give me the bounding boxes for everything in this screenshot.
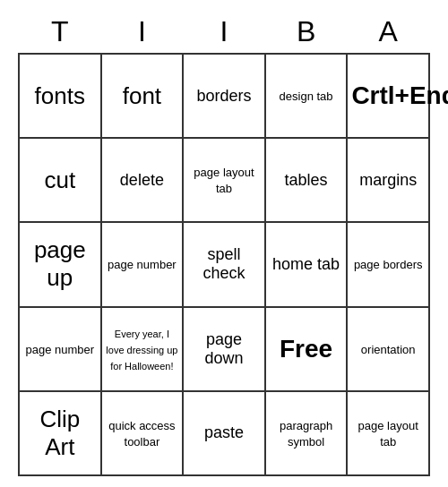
table-cell: delete <box>101 138 184 222</box>
table-row: Clip Artquick access toolbarpasteparagra… <box>19 391 429 475</box>
table-cell: design tab <box>265 54 348 138</box>
table-cell: page up <box>19 222 101 306</box>
table-cell: page layout tab <box>183 138 265 222</box>
header-a: A <box>347 11 429 54</box>
header-b: B <box>265 11 348 54</box>
bingo-card: T I I B A fontsfontbordersdesign tabCrtl… <box>18 11 430 476</box>
table-row: cutdeletepage layout tabtablesmargins <box>19 138 429 222</box>
table-cell: Free <box>265 307 348 391</box>
table-cell: tables <box>265 138 348 222</box>
header-t: T <box>19 11 101 54</box>
table-row: fontsfontbordersdesign tabCrtl+End <box>19 54 429 138</box>
table-cell: orientation <box>347 307 429 391</box>
table-cell: page down <box>183 307 265 391</box>
table-cell: spell check <box>183 222 265 306</box>
table-cell: home tab <box>265 222 348 306</box>
header-i1: I <box>101 11 184 54</box>
header-row: T I I B A <box>19 11 429 54</box>
table-cell: cut <box>19 138 101 222</box>
table-cell: Crtl+End <box>347 54 429 138</box>
table-cell: paragraph symbol <box>265 391 348 475</box>
table-cell: font <box>101 54 184 138</box>
table-cell: page layout tab <box>347 391 429 475</box>
table-cell: quick access toolbar <box>101 391 184 475</box>
table-cell: Clip Art <box>19 391 101 475</box>
table-row: page numberEvery year, I love dressing u… <box>19 307 429 391</box>
table-cell: page borders <box>347 222 429 306</box>
table-cell: page number <box>19 307 101 391</box>
table-row: page uppage numberspell checkhome tabpag… <box>19 222 429 306</box>
header-i2: I <box>183 11 265 54</box>
table-cell: fonts <box>19 54 101 138</box>
table-cell: paste <box>183 391 265 475</box>
table-cell: Every year, I love dressing up for Hallo… <box>101 307 184 391</box>
table-cell: borders <box>183 54 265 138</box>
bingo-table: T I I B A fontsfontbordersdesign tabCrtl… <box>18 11 430 476</box>
table-cell: margins <box>347 138 429 222</box>
table-cell: page number <box>101 222 184 306</box>
